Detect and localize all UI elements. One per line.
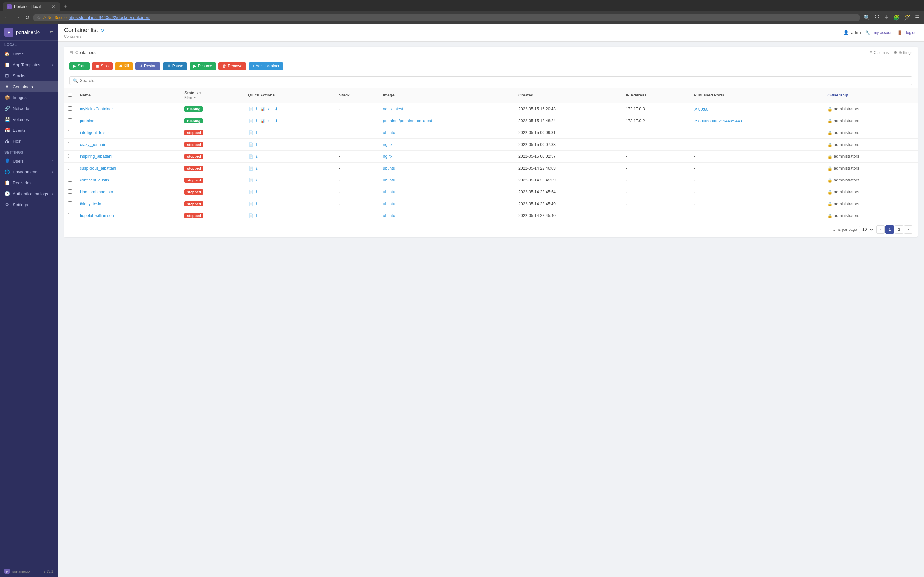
row-name-cell[interactable]: portainer (76, 115, 181, 127)
th-ownership[interactable]: Ownership (824, 88, 918, 103)
sidebar-item-environments[interactable]: 🌐 Environments › (0, 166, 58, 177)
row-5-checkbox[interactable] (68, 166, 72, 170)
stats-icon[interactable]: 📊 (260, 106, 266, 112)
row-1-checkbox[interactable] (68, 118, 72, 122)
select-all-checkbox[interactable] (68, 93, 72, 97)
prev-page-button[interactable]: ‹ (876, 226, 885, 234)
profile-icon[interactable]: 🪄 (903, 13, 912, 22)
extensions-icon[interactable]: 🧩 (892, 13, 901, 22)
row-name-cell[interactable]: confident_austin (76, 174, 181, 186)
exec-icon[interactable]: >_ (267, 106, 273, 112)
sidebar-item-users[interactable]: 👤 Users › (0, 155, 58, 166)
row-image-cell[interactable]: portainer/portainer-ce:latest (379, 115, 514, 127)
sidebar-item-host[interactable]: 🖧 Host (0, 135, 58, 147)
info-icon[interactable]: ℹ (255, 189, 258, 195)
row-7-checkbox[interactable] (68, 189, 72, 193)
row-image-cell[interactable]: nginx:latest (379, 103, 514, 115)
sidebar-item-networks[interactable]: 🔗 Networks (0, 103, 58, 114)
th-name[interactable]: Name (76, 88, 181, 103)
columns-button[interactable]: ⊞ Columns (869, 50, 889, 55)
info-icon[interactable]: ℹ (255, 142, 258, 147)
inspect-icon[interactable]: ⬇ (274, 118, 278, 124)
file-icon[interactable]: 📄 (248, 106, 254, 112)
file-icon[interactable]: 📄 (248, 153, 254, 159)
forward-button[interactable]: → (13, 13, 21, 22)
port-link[interactable]: ↗ 80:80 (694, 107, 708, 111)
remove-button[interactable]: 🗑 Remove (218, 62, 246, 70)
th-ip[interactable]: IP Address (622, 88, 690, 103)
shield-icon[interactable]: 🛡 (873, 13, 881, 22)
active-tab[interactable]: P Portainer | local ✕ (3, 2, 60, 11)
row-name-cell[interactable]: intelligent_feistel (76, 127, 181, 139)
sidebar-item-volumes[interactable]: 💾 Volumes (0, 114, 58, 125)
sidebar-item-home[interactable]: 🏠 Home (0, 48, 58, 59)
restart-button[interactable]: ↺ Restart (136, 62, 160, 70)
row-name-cell[interactable]: inspiring_albattani (76, 151, 181, 163)
tab-close-button[interactable]: ✕ (51, 4, 56, 9)
file-icon[interactable]: 📄 (248, 189, 254, 195)
file-icon[interactable]: 📄 (248, 118, 254, 124)
sidebar-item-settings[interactable]: ⚙ Settings (0, 199, 58, 210)
menu-icon[interactable]: ☰ (914, 13, 921, 22)
row-name-cell[interactable]: myNginxContainer (76, 103, 181, 115)
th-stack[interactable]: Stack (335, 88, 379, 103)
add-container-button[interactable]: + Add container (249, 62, 283, 70)
info-icon[interactable]: ℹ (255, 118, 258, 124)
port-link[interactable]: ↗ 8000:8000 (694, 119, 717, 123)
row-image-cell[interactable]: ubuntu (379, 198, 514, 210)
th-name-sort[interactable]: Name (80, 93, 91, 97)
stats-icon[interactable]: 📊 (260, 118, 266, 124)
info-icon[interactable]: ℹ (255, 130, 258, 135)
row-2-checkbox[interactable] (68, 130, 72, 134)
row-name-cell[interactable]: hopeful_williamson (76, 210, 181, 222)
search-input[interactable] (80, 78, 909, 83)
file-icon[interactable]: 📄 (248, 213, 254, 219)
row-image-cell[interactable]: ubuntu (379, 127, 514, 139)
row-image-cell[interactable]: ubuntu (379, 163, 514, 174)
th-state-sort[interactable]: State ▲▼ (184, 91, 201, 95)
refresh-icon[interactable]: ↻ (100, 28, 104, 33)
address-url[interactable]: https://localhost:9443/#!/2/docker/conta… (69, 15, 150, 20)
info-icon[interactable]: ℹ (255, 213, 258, 219)
row-name-cell[interactable]: thirsty_tesla (76, 198, 181, 210)
sidebar-item-app-templates[interactable]: 📋 App Templates › (0, 59, 58, 70)
sidebar-item-auth-logs[interactable]: 🕐 Authentication logs › (0, 188, 58, 199)
info-icon[interactable]: ℹ (255, 177, 258, 183)
sidebar-item-containers[interactable]: 🖥 Containers (0, 81, 58, 92)
row-image-cell[interactable]: nginx (379, 151, 514, 163)
row-image-cell[interactable]: ubuntu (379, 174, 514, 186)
state-filter-icon[interactable]: Filter ▼ (184, 96, 196, 99)
settings-button[interactable]: ⚙ Settings (894, 50, 913, 55)
row-image-cell[interactable]: nginx (379, 139, 514, 151)
file-icon[interactable]: 📄 (248, 201, 254, 207)
new-tab-button[interactable]: + (61, 2, 70, 11)
file-icon[interactable]: 📄 (248, 165, 254, 171)
search-browser-icon[interactable]: 🔍 (863, 13, 871, 22)
refresh-button[interactable]: ↻ (24, 13, 31, 22)
sidebar-toggle-icon[interactable]: ⇄ (50, 30, 53, 34)
address-bar[interactable]: ☆ ⚠ Not Secure https://localhost:9443/#!… (33, 14, 860, 21)
sidebar-item-registries[interactable]: 📋 Registries (0, 177, 58, 188)
port-link[interactable]: ↗ 9443:9443 (718, 119, 742, 123)
file-icon[interactable]: 📄 (248, 142, 254, 147)
exec-icon[interactable]: >_ (267, 118, 273, 124)
row-8-checkbox[interactable] (68, 201, 72, 205)
row-name-cell[interactable]: kind_brahmagupta (76, 186, 181, 198)
info-icon[interactable]: ℹ (255, 106, 258, 112)
row-name-cell[interactable]: suspicious_albattani (76, 163, 181, 174)
file-icon[interactable]: 📄 (248, 177, 254, 183)
row-name-cell[interactable]: crazy_germain (76, 139, 181, 151)
start-button[interactable]: ▶ Start (69, 62, 89, 70)
stop-button[interactable]: ◼ Stop (92, 62, 113, 70)
my-account-link[interactable]: my account (874, 31, 893, 35)
kill-button[interactable]: ✖ Kill (115, 62, 133, 70)
resume-button[interactable]: ▶ Resume (190, 62, 216, 70)
page-1-button[interactable]: 1 (885, 226, 894, 234)
th-created[interactable]: Created (515, 88, 622, 103)
th-ports[interactable]: Published Ports (690, 88, 824, 103)
row-4-checkbox[interactable] (68, 154, 72, 158)
sidebar-item-events[interactable]: 📅 Events (0, 125, 58, 135)
th-image[interactable]: Image (379, 88, 514, 103)
file-icon[interactable]: 📄 (248, 130, 254, 135)
pause-button[interactable]: ⏸ Pause (163, 62, 187, 70)
